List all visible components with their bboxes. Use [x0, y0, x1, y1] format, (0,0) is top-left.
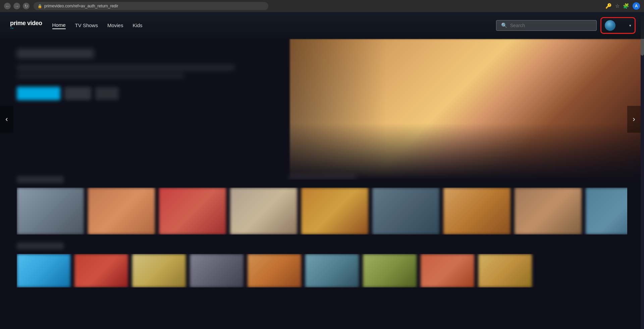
thumbnail-item[interactable]: [443, 188, 511, 235]
hero-gradient-bottom: [0, 123, 644, 180]
nav-movies[interactable]: Movies: [107, 22, 123, 29]
pv-nav: Home TV Shows Movies Kids: [52, 22, 143, 29]
thumbnail-item[interactable]: [515, 188, 582, 235]
reload-button[interactable]: ↻: [23, 3, 30, 9]
browser-right-icons: 🔑 ☆ 🧩 A: [605, 2, 640, 10]
lock-icon: 🔒: [38, 4, 42, 8]
thumbnail-item[interactable]: [305, 254, 359, 287]
thumbnail-item[interactable]: [363, 254, 417, 287]
thumbnail-item[interactable]: [74, 254, 128, 287]
profile-avatar: [605, 20, 615, 31]
carousel-prev-button[interactable]: ‹: [0, 106, 13, 133]
hero-title-blurred: [17, 49, 94, 58]
search-bar[interactable]: 🔍: [496, 20, 597, 31]
thumbnail-item[interactable]: [190, 254, 244, 287]
row1-title-blurred: [17, 176, 64, 183]
thumbnail-item[interactable]: [586, 188, 627, 235]
thumbnail-item[interactable]: [230, 188, 297, 235]
address-bar[interactable]: 🔒 primevideo.com/ref=av_auth_return_redi…: [34, 2, 268, 10]
thumbnail-item[interactable]: [301, 188, 368, 235]
logo-smile: 〜: [10, 26, 14, 31]
thumbnail-item[interactable]: [17, 254, 70, 287]
hero-content: [17, 49, 235, 100]
pv-logo[interactable]: prime video 〜: [10, 20, 42, 31]
carousel-next-button[interactable]: ›: [627, 106, 641, 133]
extensions-icon[interactable]: 🧩: [623, 3, 629, 9]
content-section: [0, 176, 644, 287]
search-icon: 🔍: [501, 22, 507, 28]
row2-title-blurred: [17, 243, 64, 249]
hero-description-line2-blurred: [17, 73, 184, 78]
star-icon[interactable]: ☆: [615, 3, 620, 9]
key-icon[interactable]: 🔑: [605, 3, 612, 9]
thumbnail-item[interactable]: [421, 254, 474, 287]
thumbnail-item[interactable]: [248, 254, 301, 287]
hero-info-button[interactable]: [64, 87, 91, 100]
primevideo-app: prime video 〜 Home TV Shows Movies Kids …: [0, 12, 644, 329]
url-text: primevideo.com/ref=av_auth_return_redir: [44, 4, 118, 8]
thumbnail-item[interactable]: [17, 188, 84, 235]
search-input[interactable]: [510, 23, 592, 28]
hero-section: [0, 39, 644, 180]
hero-play-button[interactable]: [17, 87, 60, 100]
forward-button[interactable]: →: [13, 3, 20, 9]
hero-description-line1-blurred: [17, 65, 235, 70]
thumbnail-item[interactable]: [478, 254, 532, 287]
nav-kids[interactable]: Kids: [132, 22, 142, 29]
profile-name: [618, 23, 626, 28]
pv-header: prime video 〜 Home TV Shows Movies Kids …: [0, 12, 644, 39]
nav-home[interactable]: Home: [52, 22, 66, 29]
thumbnail-item[interactable]: [159, 188, 226, 235]
back-button[interactable]: ←: [4, 3, 11, 9]
scrollbar[interactable]: [641, 12, 644, 329]
row2-thumbnails: [17, 254, 627, 287]
logo-text: prime video: [10, 20, 42, 27]
profile-button[interactable]: ▾: [602, 19, 634, 32]
row1-thumbnails: [17, 188, 627, 235]
thumbnail-item[interactable]: [372, 188, 439, 235]
hero-buttons: [17, 87, 235, 100]
thumbnail-item[interactable]: [88, 188, 155, 235]
chevron-down-icon: ▾: [629, 23, 631, 28]
browser-profile-avatar[interactable]: A: [633, 2, 640, 10]
thumbnail-item[interactable]: [132, 254, 186, 287]
nav-tv-shows[interactable]: TV Shows: [75, 22, 98, 29]
browser-chrome: ← → ↻ 🔒 primevideo.com/ref=av_auth_retur…: [0, 0, 644, 12]
hero-more-button[interactable]: [95, 87, 119, 100]
